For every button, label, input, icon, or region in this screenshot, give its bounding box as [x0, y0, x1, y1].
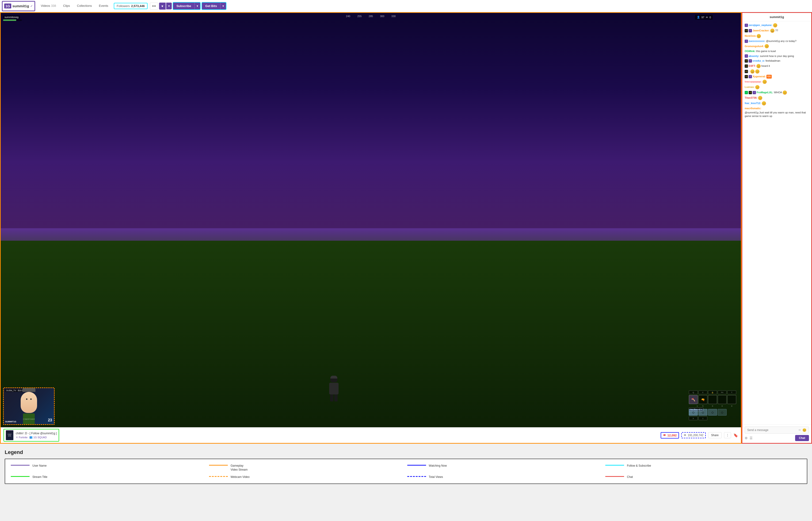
more-stream-button[interactable]: ⋮: [724, 432, 731, 438]
char-legs: [327, 394, 341, 402]
badge-1g-8: 1G: [745, 59, 748, 63]
legend-grid: User Name GameplayVideo Stream Watching …: [11, 464, 801, 479]
legend-line-follow-subscribe: [605, 464, 624, 467]
build-shape-2: ◇: [699, 409, 707, 415]
game-character: [327, 376, 341, 399]
inv-slot-2: 🔫: [699, 395, 707, 404]
username-3: NickOstx: [745, 34, 756, 38]
emote-1: 😊: [773, 23, 777, 27]
legend-label-chat: Chat: [627, 475, 633, 479]
emote-12: 😊: [763, 80, 767, 84]
username-9: D3FT:: [749, 64, 756, 68]
viewer-icon: 👁: [663, 434, 666, 437]
char-leg-right: [334, 394, 338, 402]
follow-dropdown-button[interactable]: ▾: [166, 3, 172, 9]
msg-text-6: this game is kuwl: [756, 49, 776, 53]
username-2: JawnCracker:: [753, 29, 770, 32]
badge-1g-14: 1G: [749, 91, 752, 94]
stream-area: summitoneg 240 255 285 300 330 👤 97 ☠: [0, 12, 742, 444]
subscribe-dropdown-button[interactable]: ▾: [194, 3, 200, 9]
viewer-count-box: 👁 12,092: [661, 432, 679, 438]
inv-key-t: T: [727, 390, 736, 394]
emote-9: 😊: [756, 64, 761, 68]
emote-16: 😊: [762, 101, 766, 106]
chat-msg-5: Gromongulus4: 😊: [745, 44, 809, 48]
game-tag-label: Fortnite: [19, 436, 27, 439]
chat-msg-2: 1G T JawnCracker: 😄 ??: [745, 29, 809, 33]
emote-10a: 😄: [750, 69, 754, 74]
follow-btn-group: ♥ ▾: [159, 3, 172, 9]
chat-msg-8: 1G T crookz_o: feelsbadman: [745, 59, 809, 63]
squad-tag-label: 1G SQUAD: [33, 436, 47, 439]
inv-slot-4: [718, 395, 727, 404]
inv-key-e: 🔒: [708, 390, 717, 394]
follow-heart-button[interactable]: ♥: [159, 3, 166, 9]
bookmark-button[interactable]: 🔖: [733, 433, 738, 437]
ground-area: [1, 241, 741, 427]
chat-msg-17: macr0smatic: @summit1g Just wait till yo…: [745, 107, 809, 118]
inv-slot-1: 🪓: [689, 395, 698, 404]
health-fill: [3, 19, 16, 21]
player-count-num: 97: [702, 16, 704, 19]
webcam-eyes: [26, 399, 32, 400]
chat-input-pencil-icon: ✏: [799, 428, 801, 432]
tab-events[interactable]: Events: [96, 0, 112, 12]
chat-input[interactable]: [747, 428, 797, 432]
badge-turbo-8: T: [749, 59, 752, 63]
inv-keys: Q C 🔒 F4 T: [689, 390, 736, 394]
stream-title: chillin! :D - [ Follow @summit1g ]: [16, 432, 57, 435]
chat-msg-1: T zerojigen_neptune: 😊: [745, 23, 809, 27]
chat-toolbar: ⚙ ☰ Chat: [745, 435, 809, 441]
chat-panel: summit1g T zerojigen_neptune: 😊 1G T Jaw…: [742, 12, 812, 444]
badge-turbo-11: T: [749, 75, 752, 78]
inv-count-1: 1: [697, 405, 698, 407]
build-keys: X 1: [689, 416, 736, 420]
tab-videos[interactable]: Videos338: [38, 0, 59, 12]
chat-msg-16: fear_less712: 😊: [745, 101, 809, 106]
chat-msg-4: T zuccccccccc: @summit1g any cs today?: [745, 39, 809, 43]
chat-emoji-icon[interactable]: 😊: [803, 428, 806, 432]
username-4: zuccccccccc:: [749, 39, 765, 43]
chat-msg-15: Titan3736: 😊: [745, 96, 809, 100]
tab-clips[interactable]: Clips: [60, 0, 73, 12]
total-views-box: 👁 191,200,742: [681, 432, 706, 438]
inventory-hud: Q C 🔒 F4 T 🪓 🔫 1 5: [689, 390, 736, 420]
bits-button[interactable]: Get Bits: [202, 3, 220, 9]
share-button[interactable]: Share: [708, 432, 722, 438]
legend-title: Legend: [5, 449, 807, 455]
chat-input-box[interactable]: ✏ 😊: [745, 427, 809, 434]
hud-num-330: 330: [391, 15, 396, 18]
bits-dropdown-button[interactable]: ▾: [220, 3, 226, 9]
legend-label-username: User Name: [33, 464, 47, 468]
verified-icon: ✓: [30, 4, 33, 8]
emote-15: 😊: [758, 96, 762, 100]
more-options-button[interactable]: •••: [150, 3, 158, 9]
hud-num-300: 300: [380, 15, 384, 18]
chat-list-button[interactable]: ☰: [750, 436, 753, 440]
msg-text-7: summit how is your day going: [760, 54, 794, 58]
chat-settings-button[interactable]: ⚙: [745, 436, 748, 440]
player-count-hud: 👤 97 ☠ 0: [695, 15, 713, 20]
emote-5: 😊: [765, 44, 769, 48]
sky-gradient: [1, 13, 741, 262]
build-shape-4: ◇: [718, 409, 727, 415]
tab-collections[interactable]: Collections: [74, 0, 95, 12]
legend-item-gameplay: GameplayVideo Stream: [209, 464, 405, 472]
msg-text-14: WHOA: [774, 91, 782, 94]
followers-count: 2,573,446: [131, 4, 145, 8]
username-17: macr0smatic:: [745, 107, 761, 110]
username-6: OGMink:: [745, 49, 755, 53]
legend-line-webcam: [209, 475, 228, 478]
game-scene: summitoneg 240 255 285 300 330 👤 97 ☠: [1, 13, 741, 427]
chat-msg-10: 1G : 😄 😊: [745, 69, 809, 74]
badge-1g-10: 1G: [745, 70, 748, 73]
chat-msg-13: Luenas: 😊: [745, 85, 809, 89]
username-14: FroMageLUL:: [756, 91, 773, 94]
webcam-sponsor: CYBERPOWER: [23, 418, 35, 420]
subscribe-button[interactable]: Subscribe: [173, 3, 194, 9]
msg-text-8: feelsbadman: [766, 59, 780, 63]
inv-key-f4: F4: [718, 390, 727, 394]
chat-msg-3: NickOstx 😊: [745, 34, 809, 38]
chat-send-button[interactable]: Chat: [795, 435, 809, 441]
video-container[interactable]: summitoneg 240 255 285 300 330 👤 97 ☠: [1, 13, 741, 427]
